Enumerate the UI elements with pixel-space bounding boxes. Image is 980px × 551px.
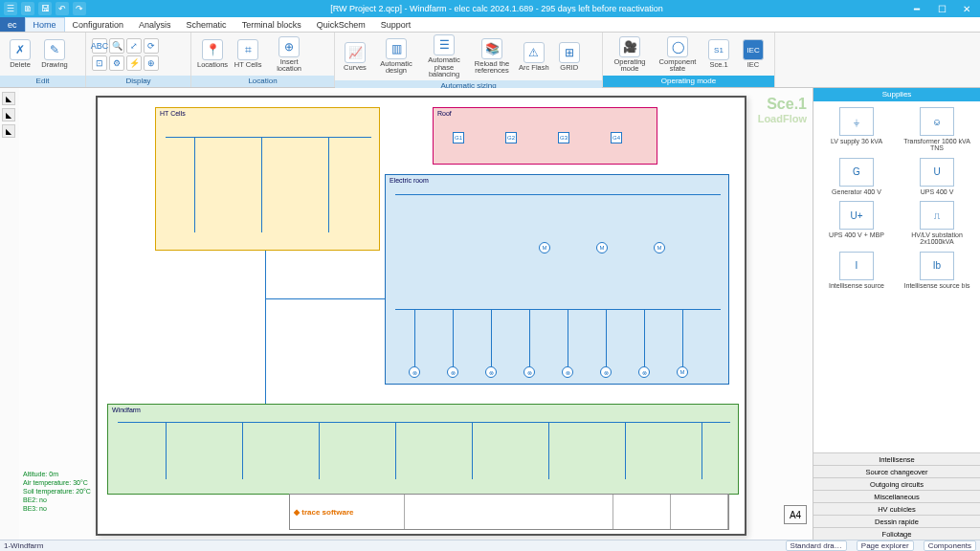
- window-title: [RW Project 2.qcp] - Windfarm - elec cal…: [86, 4, 907, 13]
- status-bar: 1-Windfarm Standard dra… Page explorer C…: [0, 540, 980, 551]
- roof-g1[interactable]: G1: [453, 132, 464, 143]
- ribbon-group-display: ABC 🔍 ⤢ ⟳ ⊡ ⚙ ⚡ ⊕ Display: [86, 33, 191, 87]
- disp-plus-icon[interactable]: ⊕: [144, 55, 159, 71]
- zone-roof[interactable]: Roof G1 G2 G3 G4: [433, 107, 657, 165]
- tab-terminal-blocks[interactable]: Terminal blocks: [234, 17, 309, 32]
- ribbon-tabs: ec Home Configuration Analysis Schematic…: [0, 17, 980, 33]
- arc-flash-button[interactable]: ⚠Arc Flash: [519, 42, 549, 72]
- curves-button[interactable]: 📈Curves: [341, 42, 369, 72]
- minimize-button[interactable]: ━: [907, 4, 926, 14]
- cat-source-changeover[interactable]: Source changeover: [813, 465, 980, 477]
- auto-design-button[interactable]: ▥Automatic design: [375, 38, 417, 75]
- disp-refresh-icon[interactable]: ⟳: [144, 38, 159, 54]
- close-button[interactable]: ✕: [957, 4, 976, 14]
- scenario-button[interactable]: S1Sce.1: [704, 39, 733, 69]
- gutter-toggle-2[interactable]: ◣: [2, 108, 15, 121]
- title-block: ◆ trace software: [289, 494, 729, 530]
- ribbon-group-op-label: Operating mode: [603, 76, 774, 87]
- er-load-5[interactable]: ⊗: [562, 366, 573, 378]
- disp-gear-icon[interactable]: ⚙: [109, 55, 124, 71]
- gutter-toggle-1[interactable]: ◣: [2, 92, 15, 105]
- tab-ec[interactable]: ec: [0, 17, 25, 32]
- status-components[interactable]: Components: [924, 540, 976, 551]
- ribbon-group-operating-mode: 🎥Operating mode ◯Component state S1Sce.1…: [603, 33, 775, 87]
- operating-mode-button[interactable]: 🎥Operating mode: [609, 36, 651, 73]
- drawing-button[interactable]: ✎Drawing: [40, 39, 69, 69]
- disp-bolt-icon[interactable]: ⚡: [126, 55, 142, 71]
- left-gutter: ◣ ◣ ◣: [0, 88, 19, 540]
- locations-button[interactable]: 📍Locations: [197, 39, 228, 69]
- er-motor-2[interactable]: M: [596, 242, 608, 253]
- qat-undo-icon[interactable]: ↶: [56, 2, 69, 15]
- phase-balancing-button[interactable]: ☰Automatic phase balancing: [423, 34, 465, 78]
- qat-menu-icon[interactable]: ☰: [4, 2, 17, 15]
- side-panel-grid: ⏚LV supply 36 kVA ⎉Transformer 1000 kVA …: [813, 101, 980, 295]
- gutter-toggle-3[interactable]: ◣: [2, 124, 15, 138]
- sheet-format-badge: A4: [784, 505, 807, 524]
- disp-zoom-icon[interactable]: 🔍: [109, 38, 124, 54]
- window-controls: ━ ☐ ✕: [907, 4, 976, 14]
- zone-ht-cells[interactable]: HT Cells: [155, 107, 380, 251]
- supply-generator-400v[interactable]: GGenerator 400 V: [819, 158, 894, 195]
- delete-button[interactable]: ✗Delete: [6, 39, 34, 69]
- cat-miscellaneous[interactable]: Miscellaneous: [813, 490, 980, 502]
- status-standard-drawing[interactable]: Standard dra…: [786, 540, 847, 551]
- qat-save-icon[interactable]: 🖫: [38, 2, 52, 15]
- supply-intellisense-bis[interactable]: IbIntellisense source bis: [900, 252, 974, 289]
- zone-windfarm[interactable]: Windfarm: [107, 404, 739, 495]
- insert-location-button[interactable]: ⊕Insert location: [268, 36, 310, 73]
- roof-g4[interactable]: G4: [611, 132, 622, 143]
- tab-schematic[interactable]: Schematic: [179, 17, 234, 32]
- supply-hv-lv-substation[interactable]: ⎍HV/LV substation 2x1000kVA: [900, 201, 974, 246]
- disp-fit-icon[interactable]: ⤢: [126, 38, 142, 54]
- cat-dessin-rapide[interactable]: Dessin rapide: [813, 515, 980, 527]
- er-load-8[interactable]: M: [677, 366, 688, 378]
- tab-support[interactable]: Support: [373, 17, 419, 32]
- project-info-text: Altitude: 0m Air temperature: 30°C Soil …: [23, 470, 91, 513]
- tab-home[interactable]: Home: [25, 17, 65, 32]
- tab-configuration[interactable]: Configuration: [65, 17, 132, 32]
- grid-button[interactable]: ⊞GRID: [555, 42, 584, 72]
- er-motor-1[interactable]: M: [539, 242, 550, 253]
- supply-lv-36kva[interactable]: ⏚LV supply 36 kVA: [819, 107, 894, 152]
- ribbon-group-edit: ✗Delete ✎Drawing Edit: [0, 33, 86, 87]
- roof-g3[interactable]: G3: [558, 132, 569, 143]
- supply-transformer-1000kva[interactable]: ⎉Transformer 1000 kVA TNS: [900, 107, 974, 152]
- er-load-7[interactable]: ⊗: [638, 366, 650, 378]
- maximize-button[interactable]: ☐: [932, 4, 951, 14]
- tab-quickschem[interactable]: QuickSchem: [309, 17, 373, 32]
- ribbon-group-edit-label: Edit: [0, 76, 85, 87]
- side-panel-head: Supplies: [813, 88, 980, 101]
- er-load-2[interactable]: ⊗: [447, 366, 458, 378]
- er-load-4[interactable]: ⊗: [523, 366, 535, 378]
- er-load-3[interactable]: ⊗: [485, 366, 497, 378]
- er-load-6[interactable]: ⊗: [600, 366, 612, 378]
- roof-g2[interactable]: G2: [505, 132, 517, 143]
- cat-intellisense[interactable]: Intellisense: [813, 452, 980, 465]
- ht-cells-button[interactable]: ⌗HT Cells: [234, 39, 262, 69]
- zone-electric-room[interactable]: Electric room M M M ⊗ ⊗ ⊗ ⊗ ⊗: [385, 174, 729, 385]
- iec-button[interactable]: IECIEC: [739, 39, 768, 69]
- disp-abc-icon[interactable]: ABC: [92, 38, 107, 54]
- component-state-button[interactable]: ◯Component state: [657, 36, 699, 73]
- qat-new-icon[interactable]: 🗎: [21, 2, 34, 15]
- ribbon: ✗Delete ✎Drawing Edit ABC 🔍 ⤢ ⟳ ⊡ ⚙ ⚡ ⊕ …: [0, 33, 980, 88]
- status-sheet-name[interactable]: 1-Windfarm: [4, 541, 43, 550]
- cat-hv-cubicles[interactable]: HV cubicles: [813, 502, 980, 515]
- disp-box-icon[interactable]: ⊡: [92, 55, 107, 71]
- supply-ups-400v[interactable]: UUPS 400 V: [900, 158, 974, 195]
- status-page-explorer[interactable]: Page explorer: [857, 540, 914, 551]
- ribbon-group-location: 📍Locations ⌗HT Cells ⊕Insert location Lo…: [191, 33, 335, 87]
- er-load-1[interactable]: ⊗: [409, 366, 420, 378]
- scenario-watermark: Sce.1 LoadFlow: [758, 96, 807, 124]
- er-motor-3[interactable]: M: [654, 242, 665, 253]
- reload-refs-button[interactable]: 📚Reload the references: [471, 38, 513, 75]
- tab-analysis[interactable]: Analysis: [131, 17, 179, 32]
- cat-outgoing-circuits[interactable]: Outgoing circuits: [813, 477, 980, 490]
- supply-intellisense[interactable]: IIntellisense source: [819, 252, 894, 289]
- qat-redo-icon[interactable]: ↷: [73, 2, 86, 15]
- drawing-sheet[interactable]: HT Cells Roof G1 G2 G3 G4 Electric room …: [96, 96, 746, 536]
- supply-ups-400v-mbp[interactable]: U+UPS 400 V + MBP: [819, 201, 894, 246]
- canvas[interactable]: Sce.1 LoadFlow Altitude: 0m Air temperat…: [19, 88, 813, 540]
- cat-foliotage[interactable]: Foliotage: [813, 527, 980, 540]
